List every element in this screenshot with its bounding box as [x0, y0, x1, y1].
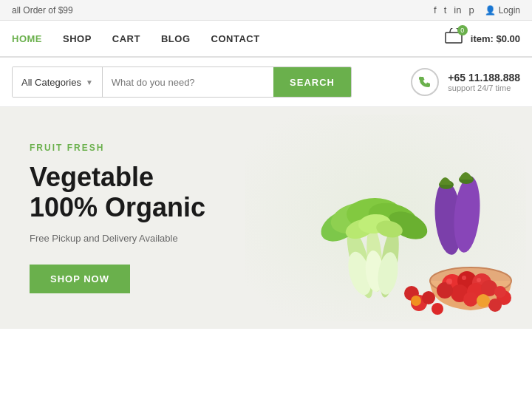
svg-point-40 [494, 286, 506, 298]
phone-info: +65 11.188.888 support 24/7 time [448, 72, 520, 92]
category-select[interactable]: All Categories ▼ [13, 67, 103, 97]
chevron-down-icon: ▼ [86, 78, 93, 86]
twitter-icon[interactable]: t [444, 4, 447, 16]
nav-home[interactable]: HOME [12, 33, 42, 44]
cart-icon[interactable]: 0 [444, 28, 465, 49]
svg-point-31 [446, 279, 452, 284]
shop-now-button[interactable]: SHOP NOW [30, 265, 130, 293]
svg-point-33 [477, 278, 481, 282]
cart-badge: 0 [457, 25, 468, 35]
svg-point-30 [463, 292, 478, 307]
nav-bar: HOME SHOP CART BLOG CONTACT 0 item: $0.0… [0, 21, 532, 58]
person-icon: 👤 [485, 5, 496, 16]
facebook-icon[interactable]: f [434, 4, 437, 16]
svg-point-32 [462, 276, 466, 280]
search-form: All Categories ▼ SEARCH [12, 66, 352, 98]
pinterest-icon[interactable]: p [468, 4, 474, 16]
linkedin-icon[interactable]: in [454, 4, 461, 16]
social-icons: f t in p [434, 4, 474, 16]
hero-subtitle: FRUIT FRESH [30, 143, 210, 153]
phone-icon[interactable] [411, 68, 439, 96]
svg-point-38 [488, 299, 502, 312]
top-bar-right: f t in p 👤 Login [434, 4, 520, 16]
svg-point-42 [411, 296, 421, 306]
nav-blog[interactable]: BLOG [161, 33, 191, 44]
hero-title: Vegetable 100% Organic [30, 162, 210, 223]
hero-banner: FRUIT FRESH Vegetable 100% Organic Free … [0, 107, 532, 329]
top-bar: all Order of $99 f t in p 👤 Login [0, 0, 532, 21]
nav-contact[interactable]: CONTACT [211, 33, 260, 44]
phone-area: +65 11.188.888 support 24/7 time [411, 68, 520, 96]
phone-support-text: support 24/7 time [448, 83, 520, 92]
login-button[interactable]: 👤 Login [485, 5, 520, 16]
nav-shop[interactable]: SHOP [63, 33, 92, 44]
svg-point-36 [422, 291, 435, 304]
phone-number: +65 11.188.888 [448, 72, 520, 83]
nav-cart[interactable]: CART [112, 33, 140, 44]
hero-image [239, 107, 532, 329]
svg-point-39 [432, 303, 443, 315]
promo-text: all Order of $99 [12, 5, 73, 16]
cart-area: 0 item: $0.00 [444, 28, 520, 49]
search-bar: All Categories ▼ SEARCH +65 11.188.888 s… [0, 58, 532, 107]
search-input[interactable] [103, 67, 273, 97]
nav-links: HOME SHOP CART BLOG CONTACT [12, 33, 260, 44]
svg-point-41 [477, 294, 490, 307]
search-button[interactable]: SEARCH [273, 67, 351, 97]
hero-content: FRUIT FRESH Vegetable 100% Organic Free … [0, 113, 239, 324]
cart-text: item: $0.00 [471, 33, 520, 44]
svg-point-29 [437, 282, 453, 299]
hero-description: Free Pickup and Delivery Available [30, 233, 210, 244]
